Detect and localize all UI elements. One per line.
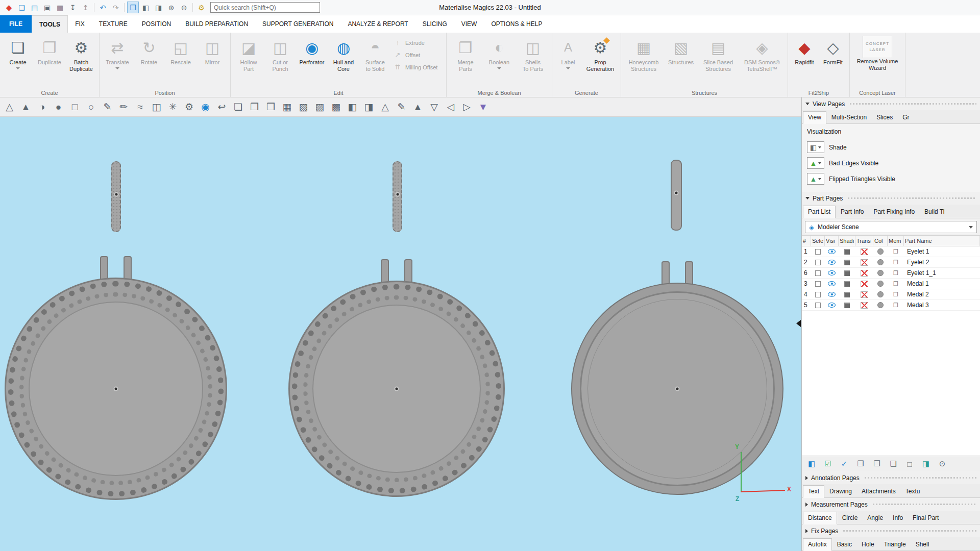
select-check-icon[interactable]: ✓ [837,458,851,470]
shading-cube-icon[interactable] [844,249,850,255]
part-row-medal-2[interactable]: 4 ❒ Medal 2 [802,289,980,300]
part-row-medal-1[interactable]: 3 ❒ Medal 1 [802,279,980,289]
rectangle-selection-icon[interactable]: □ [67,99,83,115]
tab-view[interactable]: View [803,111,826,124]
visibility-check-icon[interactable]: ☑ [821,458,835,470]
col-transparency[interactable]: Trans [855,236,873,246]
memory-cube-icon[interactable]: ❒ [893,259,898,266]
color-swatch-icon[interactable] [877,270,884,276]
col-visible[interactable]: Visi [825,236,839,246]
part-row-eyelet-1[interactable]: 1 ❒ Eyelet 1 [802,246,980,257]
new-document-icon[interactable]: ❏ [16,2,28,13]
tab-build-preparation[interactable]: BUILD PREPARATION [178,15,255,33]
part-row-eyelet-2[interactable]: 2 ❒ Eyelet 2 [802,257,980,268]
triangle-pencil-icon[interactable]: ✎ [394,99,409,115]
tab-position[interactable]: POSITION [135,15,178,33]
cube-hatched-icon[interactable]: ▧ [296,99,311,115]
part-medal-2[interactable] [288,281,505,497]
rescale-button[interactable]: ◱ Rescale [165,35,197,66]
hollow-part-button[interactable]: ◪ Hollow Part [233,35,264,72]
part-name[interactable]: Medal 2 [904,291,980,298]
fix-pages-header[interactable]: Fix Pages [802,524,980,537]
cube-view-front-icon[interactable]: ❐ [247,99,262,115]
tab-support-generation[interactable]: SUPPORT GENERATION [255,15,340,33]
transparency-icon[interactable] [861,281,868,287]
color-swatch-icon[interactable] [877,302,884,308]
tab-slices[interactable]: Slices [872,112,897,123]
select-checkbox[interactable] [815,303,821,308]
export-platform-icon[interactable]: ↥ [80,2,91,13]
mark-plane-icon[interactable]: ▲ [18,99,34,115]
undo-icon[interactable]: ↶ [97,2,109,13]
visibility-eye-icon[interactable] [828,292,836,297]
cube-outline-icon[interactable]: □ [902,458,917,470]
prop-generation-button[interactable]: ⚙ Prop Generation [582,35,619,72]
memory-cube-icon[interactable]: ❒ [893,248,898,255]
tab-grid[interactable]: Gr [898,112,914,123]
merge-parts-button[interactable]: ❒ Merge Parts [449,35,482,72]
col-shading[interactable]: Shadi [839,236,855,246]
transparency-icon[interactable] [861,291,868,298]
cube-grid-icon[interactable]: ▩ [328,99,344,115]
transparency-icon[interactable] [861,302,868,309]
ellipse-selection-icon[interactable]: ○ [83,99,99,115]
shading-cube-icon[interactable] [844,292,850,297]
brush-selection-icon[interactable]: ✏ [116,99,132,115]
extrude-button[interactable]: ↑ Extrude [393,39,441,46]
transparency-icon[interactable] [861,248,868,255]
freeform-selection-icon[interactable]: ✎ [100,99,115,115]
memory-cube-icon[interactable]: ❒ [893,291,898,298]
zoom-selection-icon[interactable]: ❒ [127,2,139,13]
triangle-right-icon[interactable]: ▷ [459,99,475,115]
tab-circle[interactable]: Circle [838,512,863,524]
part-row-medal-3[interactable]: 5 ❒ Medal 3 [802,300,980,311]
ring-mark-icon[interactable]: ◉ [198,99,213,115]
license-key-icon[interactable]: ⚙ [195,2,207,13]
cube-pair-outline-icon[interactable]: ❏ [886,458,900,470]
view-rotate-icon[interactable]: ◧ [140,2,152,13]
tab-file[interactable]: FILE [0,15,32,33]
cube-view-top-icon[interactable]: ❏ [230,99,246,115]
color-swatch-icon[interactable] [877,281,884,287]
quick-search-input[interactable] [210,2,320,13]
scene-functions-icon[interactable]: ◧ [804,458,819,470]
wave-selection-icon[interactable]: ≈ [132,99,148,115]
hull-and-core-button[interactable]: ◍ Hull and Core [328,35,359,72]
formfit-button[interactable]: ◇ FormFit [819,35,847,66]
colored-cube-icon[interactable]: ◨ [919,458,933,470]
triangle-left-icon[interactable]: ◁ [443,99,458,115]
bad-edges-dropdown[interactable]: ▲ [807,157,824,169]
shells-to-parts-button[interactable]: ◫ Shells To Parts [516,35,550,72]
panel-splitter-arrow[interactable] [796,320,801,327]
shading-cube-icon[interactable] [844,260,850,265]
tab-autofix[interactable]: Autofix [803,538,832,551]
rapidfit-button[interactable]: ◆ Rapidfit [790,35,819,66]
triangle-edit-icon[interactable]: △ [377,99,393,115]
col-color[interactable]: Col [873,236,888,246]
batch-duplicate-button[interactable]: ⚙ Batch Duplicate [65,35,97,72]
zoom-out-icon[interactable]: ⊖ [178,2,190,13]
select-checkbox[interactable] [815,281,821,287]
zoom-in-icon[interactable]: ⊕ [165,2,177,13]
mark-triangle-icon[interactable]: △ [2,99,17,115]
tab-attachments[interactable]: Attachments [857,486,900,497]
tab-slicing[interactable]: SLICING [415,15,454,33]
transparency-icon[interactable] [861,259,868,266]
rotate-button[interactable]: ↻ Rotate [133,35,165,66]
color-swatch-icon[interactable] [877,248,884,255]
select-checkbox[interactable] [815,292,821,297]
save-all-icon[interactable]: ▦ [54,2,66,13]
label-button[interactable]: A Label [554,35,582,69]
tab-build-time[interactable]: Build Ti [920,206,949,218]
gear-mark-icon[interactable]: ⚙ [181,99,197,115]
memory-cube-icon[interactable]: ❒ [893,302,898,309]
cross-section-icon[interactable]: ◫ [149,99,164,115]
part-name[interactable]: Eyelet 1 [904,248,980,255]
tab-multi-section[interactable]: Multi-Section [827,112,871,123]
translate-button[interactable]: ⇄ Translate [102,35,133,69]
part-medal-3[interactable] [571,283,783,495]
memory-cube-icon[interactable]: ❒ [893,281,898,287]
color-swatch-icon[interactable] [877,259,884,265]
select-checkbox[interactable] [815,260,821,265]
save-icon[interactable]: ▣ [41,2,53,13]
